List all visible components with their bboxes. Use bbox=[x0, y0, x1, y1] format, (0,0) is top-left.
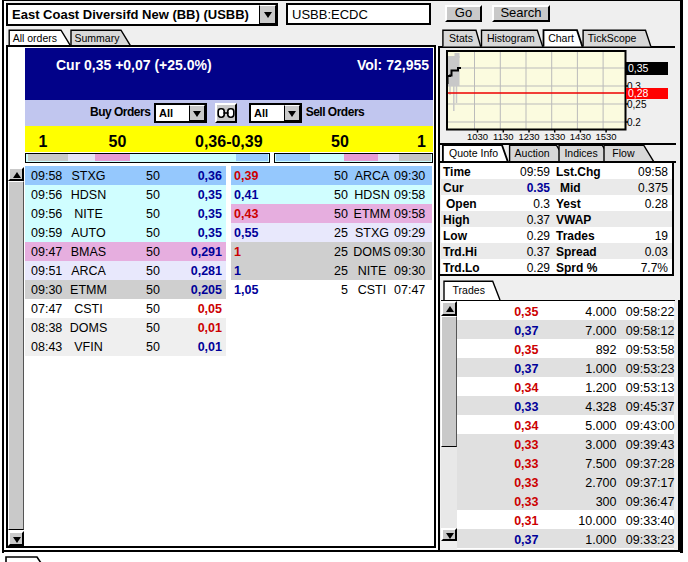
svg-text:Summary: Summary bbox=[75, 32, 121, 44]
svg-text:Auction: Auction bbox=[515, 147, 550, 159]
svg-text:Chart: Chart bbox=[548, 32, 574, 44]
svg-text:Flow: Flow bbox=[612, 147, 635, 159]
svg-text:TickScope: TickScope bbox=[588, 32, 637, 44]
svg-text:Stats: Stats bbox=[449, 32, 473, 44]
svg-text:Trades: Trades bbox=[453, 284, 485, 296]
svg-text:Quote Info: Quote Info bbox=[449, 147, 498, 159]
svg-text:Histogram: Histogram bbox=[487, 32, 535, 44]
svg-text:All orders: All orders bbox=[13, 32, 57, 44]
svg-text:Indices: Indices bbox=[564, 147, 597, 159]
